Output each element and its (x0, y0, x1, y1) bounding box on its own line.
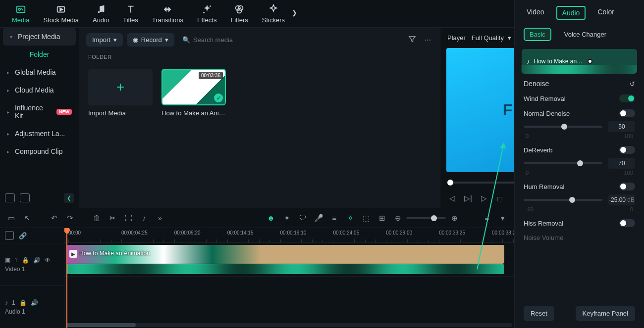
audio-clip-chip[interactable]: ♪ How to Make an A... (522, 49, 637, 74)
shield-icon[interactable]: 🛡 (298, 214, 307, 222)
tab-video[interactable]: Video (524, 6, 547, 20)
nav-transitions[interactable]: Transitions (145, 1, 190, 27)
time-ruler[interactable]: 00:0000:00:04:2500:00:09:2000:00:14:1500… (64, 228, 514, 243)
add-track-icon[interactable] (5, 231, 14, 240)
tab-color[interactable]: Color (594, 6, 617, 20)
dereverb-value[interactable]: 70 (608, 158, 635, 169)
dereverb-label: DeReverb (524, 146, 553, 154)
chevron-down-icon[interactable]: ▾ (498, 214, 507, 223)
new-folder-icon[interactable] (5, 193, 15, 202)
sidebar-global-media[interactable]: ▸ Global Media (0, 63, 79, 81)
mute-icon[interactable]: 🔊 (33, 257, 41, 264)
record-button[interactable]: ◉Record▾ (127, 33, 174, 47)
sidebar-folder[interactable]: Folder (0, 46, 79, 63)
sidebar-influence-kit[interactable]: ▸ Influence Kit NEW (0, 99, 79, 125)
sidebar-compound-clip[interactable]: ▸ Compound Clip (0, 142, 79, 160)
keyframe-panel-button[interactable]: Keyframe Panel (576, 306, 636, 321)
reset-denoise-icon[interactable]: ↺ (630, 80, 635, 88)
text-icon (125, 4, 136, 15)
more-icon[interactable]: ⋯ (423, 34, 433, 46)
wind-removal-toggle[interactable] (619, 94, 635, 102)
normal-denoise-label: Normal Denoise (524, 110, 570, 117)
nav-audio[interactable]: Audio (86, 1, 116, 27)
visibility-icon[interactable]: 👁 (45, 257, 51, 264)
normal-denoise-toggle[interactable] (619, 109, 635, 117)
hum-removal-value[interactable]: -25.00 dB (608, 194, 635, 205)
cursor-tool-icon[interactable]: ↖ (23, 214, 32, 223)
play-icon: ▶ (69, 250, 77, 258)
mute-icon[interactable]: 🔊 (31, 299, 38, 306)
music-tool-icon[interactable]: ♪ (140, 214, 149, 222)
next-frame-icon[interactable]: ▷| (463, 194, 473, 203)
tab-audio[interactable]: Audio (556, 6, 586, 20)
dereverb-slider[interactable] (524, 162, 602, 164)
filter-icon[interactable] (406, 33, 419, 47)
timeline-tracks[interactable]: 00:0000:00:04:2500:00:09:2000:00:14:1500… (64, 228, 514, 328)
dereverb-toggle[interactable] (619, 146, 635, 154)
prev-frame-icon[interactable]: ◁ (447, 194, 457, 203)
normal-denoise-slider[interactable] (524, 126, 602, 128)
collapse-sidebar-icon[interactable]: ❮ (64, 193, 74, 203)
nav-effects[interactable]: Effects (190, 1, 224, 27)
crop-icon[interactable]: ⛶ (124, 214, 133, 222)
marker-icon[interactable]: ✧ (346, 214, 355, 223)
sidebar-project-media[interactable]: ▾ Project Media (3, 28, 76, 46)
lock-icon[interactable]: 🔒 (19, 299, 27, 306)
redo-icon[interactable]: ↷ (65, 214, 74, 223)
subtab-voice-changer[interactable]: Voice Changer (558, 28, 612, 41)
grid-icon[interactable]: ⊞ (377, 214, 386, 223)
normal-denoise-value[interactable]: 50 (608, 121, 635, 132)
mic-icon[interactable]: 🎤 (314, 214, 323, 223)
hum-removal-label: Hum Removal (524, 183, 564, 190)
video-track-header[interactable]: ▣1 🔒 🔊 👁 Video 1 (0, 243, 64, 285)
chevron-right-icon: ▸ (7, 88, 11, 93)
nav-stock-media[interactable]: Stock Media (36, 1, 86, 27)
hum-removal-slider[interactable] (524, 199, 602, 201)
nav-stickers[interactable]: Stickers (255, 1, 292, 27)
audio-track-header[interactable]: ♪1 🔒 🔊 Audio 1 (0, 285, 64, 328)
delete-icon[interactable]: 🗑 (92, 214, 101, 222)
transitions-icon (162, 4, 173, 15)
record-tool-icon[interactable]: ⬚ (362, 214, 371, 223)
playhead[interactable] (66, 228, 67, 328)
new-bin-icon[interactable] (20, 193, 30, 202)
nav-media[interactable]: Media (5, 1, 36, 27)
sparkle-icon[interactable]: ✦ (282, 214, 291, 223)
hum-removal-toggle[interactable] (619, 183, 635, 190)
list-view-icon[interactable]: ≡ (483, 214, 491, 222)
select-tool-icon[interactable]: ▭ (7, 214, 16, 223)
ruler-tick: 00:00:19:10 (280, 230, 307, 235)
video-clip[interactable]: ▶ How to Make an Animation (66, 245, 504, 264)
import-media-card[interactable]: + Import Media (88, 69, 153, 117)
zoom-out-icon[interactable]: ⊖ (393, 214, 402, 223)
ai-icon[interactable]: ☻ (267, 214, 275, 222)
nav-more-icon[interactable]: ❯ (292, 9, 297, 16)
zoom-in-icon[interactable]: ⊕ (450, 214, 459, 223)
hiss-removal-toggle[interactable] (619, 219, 635, 227)
link-icon[interactable]: 🔗 (19, 232, 27, 239)
quality-dropdown[interactable]: Full Quality▾ (472, 34, 511, 42)
stop-icon[interactable]: □ (495, 194, 505, 203)
media-clip-card[interactable]: 00:03:36 ✓ How to Make an Anim... (161, 69, 226, 117)
cut-icon[interactable]: ✂ (108, 214, 117, 223)
play-icon[interactable]: ▷ (479, 194, 489, 203)
more-tools-icon[interactable]: » (156, 214, 164, 222)
subtab-basic[interactable]: Basic (524, 28, 551, 41)
chevron-right-icon: ▸ (7, 70, 11, 75)
chevron-right-icon: ▸ (7, 149, 11, 154)
zoom-slider[interactable] (406, 217, 446, 219)
timeline-scrollbar[interactable] (66, 323, 512, 327)
lock-icon[interactable]: 🔒 (22, 257, 29, 264)
sidebar-cloud-media[interactable]: ▸ Cloud Media (0, 81, 79, 99)
nav-filters[interactable]: Filters (223, 1, 255, 27)
undo-icon[interactable]: ↶ (50, 214, 58, 223)
subtitle-icon[interactable]: ≡ (330, 214, 339, 222)
sidebar-adjustment-layer[interactable]: ▸ Adjustment La... (0, 125, 79, 142)
import-button[interactable]: Import▾ (86, 33, 123, 47)
ruler-tick: 00:00:38:21 (492, 230, 514, 235)
video-track-icon: ▣ (5, 257, 10, 264)
search-input[interactable] (193, 36, 258, 44)
nav-titles[interactable]: Titles (116, 1, 145, 27)
search-media[interactable]: 🔍 (178, 36, 402, 44)
reset-button[interactable]: Reset (524, 306, 554, 321)
